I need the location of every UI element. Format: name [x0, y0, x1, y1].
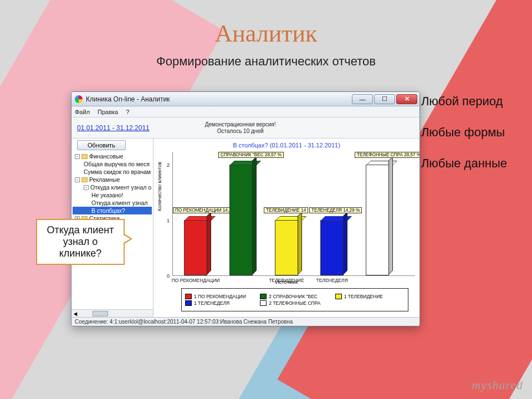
- tree-node[interactable]: Общая выручка по меся: [73, 160, 152, 168]
- minimize-button[interactable]: —: [352, 94, 373, 104]
- slide-title: Аналитик: [0, 19, 532, 48]
- y-axis-label: Количество клиентов: [157, 162, 162, 211]
- bar-annotation: СПРАВОЧНИК "ВЕС 28,57 %: [218, 152, 284, 158]
- callout-text: Откуда клиент узнал о клинике?: [47, 224, 114, 259]
- caption-forms: Любые формы: [421, 125, 507, 140]
- menu-file[interactable]: Файл: [75, 109, 90, 115]
- y-tick: 1: [167, 218, 170, 223]
- demo-notice: Демонстрационная версия! Осталось 10 дне…: [205, 121, 276, 135]
- scroll-thumb[interactable]: [93, 311, 108, 316]
- plot-area: ПО РЕКОМЕНДАЦИИ 14,29 %ПО РЕКОМЕНДАЦИИСП…: [172, 152, 415, 276]
- window-title: Клиника On-line - Аналитик: [86, 95, 352, 103]
- chart-title: В столбцах? (01.01.2011 - 31.12.2011): [154, 142, 420, 149]
- legend-item: 2 ТЕЛЕФОННЫЕ СПРА: [260, 300, 329, 306]
- callout-arrow-icon: [124, 233, 132, 244]
- menubar: Файл Правка ?: [71, 106, 420, 117]
- caption-data: Любые данные: [421, 156, 507, 171]
- legend-item: 1 ТЕЛЕНЕДЕЛЯ: [185, 300, 254, 306]
- sidebar-scrollbar[interactable]: ◄: [71, 309, 153, 317]
- bar-annotation: ТЕЛЕВИДЕНИЕ 14: [264, 207, 308, 213]
- refresh-button[interactable]: Обновить: [77, 140, 126, 150]
- y-tick: 2: [167, 162, 170, 168]
- tree-node-finance[interactable]: -Финансовые: [73, 152, 152, 160]
- watermark: myshared: [472, 378, 523, 392]
- app-icon: [75, 95, 83, 103]
- legend-item: 2 СПРАВОЧНИК "ВЕС: [260, 294, 329, 299]
- tree-node[interactable]: Откуда клиент узнал: [73, 199, 152, 207]
- bar: [229, 165, 253, 275]
- app-window: Клиника On-line - Аналитик — ☐ ✕ Файл Пр…: [71, 91, 420, 326]
- tree-node-selected[interactable]: В столбцах?: [73, 207, 152, 214]
- y-tick: 0: [167, 273, 170, 279]
- legend-item: 1 ТЕЛЕВИДЕНИЕ: [335, 294, 405, 299]
- scroll-left-icon[interactable]: ◄: [71, 310, 79, 317]
- bar: [320, 220, 344, 275]
- maximize-button[interactable]: ☐: [374, 94, 395, 104]
- titlebar[interactable]: Клиника On-line - Аналитик — ☐ ✕: [71, 92, 420, 106]
- demo-line1: Демонстрационная версия!: [205, 121, 276, 128]
- caption-period: Любой период: [421, 94, 507, 109]
- menu-edit[interactable]: Правка: [98, 109, 118, 115]
- legend: 1 ПО РЕКОМЕНДАЦИИ2 СПРАВОЧНИК "ВЕС1 ТЕЛЕ…: [181, 288, 408, 311]
- bar: [184, 220, 207, 275]
- bar: [275, 220, 298, 275]
- tree-node[interactable]: Не указано!: [73, 191, 152, 199]
- bar-annotation: ТЕЛЕФОННЫЕ СПРА 28,57 %: [355, 152, 420, 158]
- tree-node[interactable]: Сумма скидок по врачам: [73, 168, 152, 176]
- tree-node-adv[interactable]: -Рекламные: [73, 176, 152, 183]
- slide-subtitle: Формирование аналитических отчетов: [0, 54, 532, 69]
- x-axis-label: Источник: [154, 279, 420, 285]
- folder-icon: [81, 154, 88, 159]
- demo-line2: Осталось 10 дней: [205, 128, 276, 135]
- bar-annotation: ТЕЛЕНЕДЕЛЯ 14,29 %: [309, 207, 362, 213]
- status-bar: Соединение: 4:1:userklol@localhost:2011-…: [71, 317, 420, 326]
- folder-icon: [81, 177, 88, 182]
- side-captions: Любой период Любые формы Любые данные: [421, 94, 507, 187]
- toolbar: 01.01.2011 - 31.12.2011 Демонстрационная…: [71, 117, 420, 139]
- chart-pane: В столбцах? (01.01.2011 - 31.12.2011) Ко…: [154, 139, 420, 317]
- report-tree[interactable]: -Финансовые Общая выручка по меся Сумма …: [71, 150, 153, 224]
- legend-item: 1 ПО РЕКОМЕНДАЦИИ: [185, 294, 254, 299]
- date-range-link[interactable]: 01.01.2011 - 31.12.2011: [77, 124, 150, 132]
- tree-node[interactable]: -Откуда клиент узнал о к: [73, 183, 152, 191]
- callout-box: Откуда клиент узнал о клинике?: [36, 219, 125, 265]
- menu-help[interactable]: ?: [126, 109, 129, 115]
- close-button[interactable]: ✕: [396, 94, 417, 104]
- bar: [366, 165, 389, 275]
